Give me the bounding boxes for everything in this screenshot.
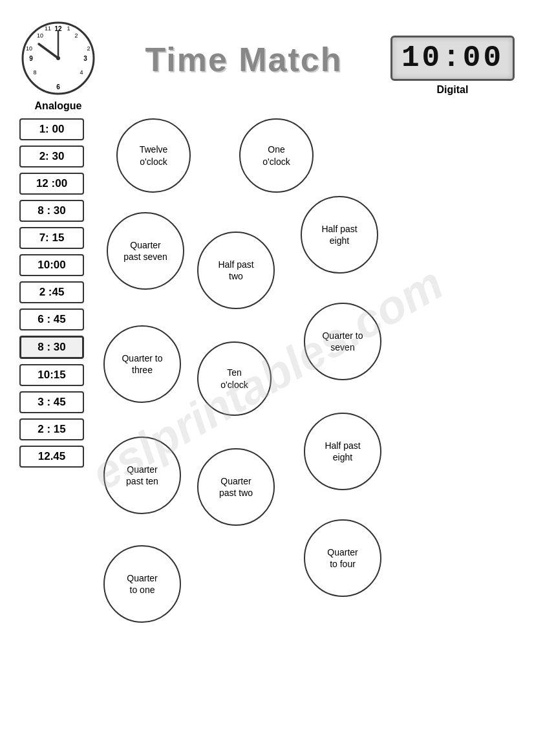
circle-10[interactable]: Quarterpast two [197,448,275,526]
digital-clock-display: 10:00 [390,36,515,81]
header: 12 3 6 9 2 4 8 10 1 11 2 10 Analogue [19,19,515,112]
page: eslprintables.com 12 3 6 9 2 4 8 10 1 11… [0,0,534,756]
svg-text:8: 8 [33,69,36,76]
circle-11[interactable]: Quarterto one [103,545,181,623]
svg-text:2: 2 [87,45,90,52]
circle-2[interactable]: Quarterpast seven [107,212,184,290]
time-box-12[interactable]: 12.45 [19,446,84,468]
circle-9[interactable]: Half pasteight [304,413,381,490]
circle-12[interactable]: Quarterto four [304,519,381,597]
svg-point-15 [56,56,60,60]
circle-3[interactable]: Half pasteight [301,196,378,274]
circle-4[interactable]: Half pasttwo [197,232,275,309]
time-box-3[interactable]: 8 : 30 [19,200,84,222]
circle-6[interactable]: Quarter toseven [304,303,381,380]
main-content: 1: 002: 3012 :008 : 307: 1510:002 :456 :… [19,118,515,700]
analogue-clock: 12 3 6 9 2 4 8 10 1 11 2 10 [19,19,97,97]
time-boxes-column: 1: 002: 3012 :008 : 307: 1510:002 :456 :… [19,118,91,700]
circle-5[interactable]: Quarter tothree [103,325,181,403]
digital-section: 10:00 Digital [390,36,515,96]
time-box-7[interactable]: 6 : 45 [19,308,84,330]
circles-area: Twelveo'clockOneo'clockQuarterpast seven… [91,118,515,700]
time-box-11[interactable]: 2 : 15 [19,418,84,440]
svg-text:3: 3 [83,55,87,62]
time-box-8[interactable]: 8 : 30 [19,336,84,359]
circle-0[interactable]: Twelveo'clock [116,118,191,193]
time-box-1[interactable]: 2: 30 [19,146,84,167]
svg-text:10: 10 [26,45,32,52]
analogue-section: 12 3 6 9 2 4 8 10 1 11 2 10 Analogue [19,19,97,112]
svg-text:2: 2 [74,32,78,39]
circle-8[interactable]: Quarterpast ten [103,437,181,514]
svg-text:10: 10 [37,32,43,39]
time-box-0[interactable]: 1: 00 [19,118,84,140]
time-box-6[interactable]: 2 :45 [19,281,84,303]
svg-text:11: 11 [45,25,51,32]
time-box-2[interactable]: 12 :00 [19,173,84,195]
circle-7[interactable]: Teno'clock [197,341,272,416]
svg-text:6: 6 [56,83,60,91]
time-box-4[interactable]: 7: 15 [19,227,84,249]
digital-label: Digital [437,84,469,96]
page-title: Time Match [145,40,342,79]
title-area: Time Match [97,40,390,92]
analogue-label: Analogue [35,100,82,112]
svg-text:9: 9 [29,55,33,62]
time-box-10[interactable]: 3 : 45 [19,391,84,413]
time-box-9[interactable]: 10:15 [19,364,84,386]
svg-text:4: 4 [80,69,83,76]
circle-1[interactable]: Oneo'clock [239,118,314,193]
time-box-5[interactable]: 10:00 [19,254,84,276]
svg-text:1: 1 [67,25,70,32]
